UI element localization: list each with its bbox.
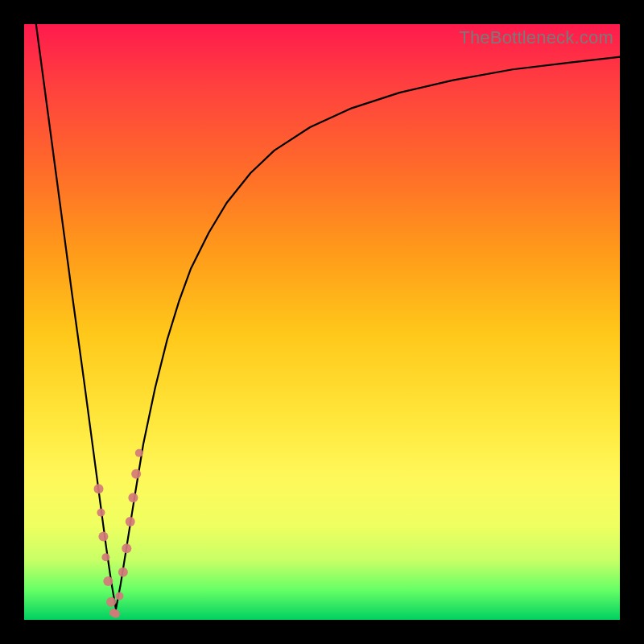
data-marker <box>97 509 105 517</box>
data-marker <box>131 469 141 479</box>
data-marker <box>112 610 120 618</box>
data-marker <box>98 531 108 541</box>
bottleneck-curve <box>36 24 620 609</box>
data-marker <box>106 597 116 607</box>
data-marker <box>103 576 113 586</box>
data-marker <box>118 568 128 577</box>
data-marker <box>115 592 123 600</box>
data-marker <box>126 517 135 526</box>
data-marker <box>122 543 131 553</box>
data-marker <box>101 553 109 561</box>
plot-area: TheBottleneck.com <box>24 24 620 620</box>
data-marker <box>128 493 138 502</box>
chart-overlay <box>24 24 620 620</box>
chart-frame: TheBottleneck.com <box>0 0 644 644</box>
data-marker <box>94 484 104 493</box>
data-marker <box>135 449 143 457</box>
data-markers <box>94 449 143 618</box>
